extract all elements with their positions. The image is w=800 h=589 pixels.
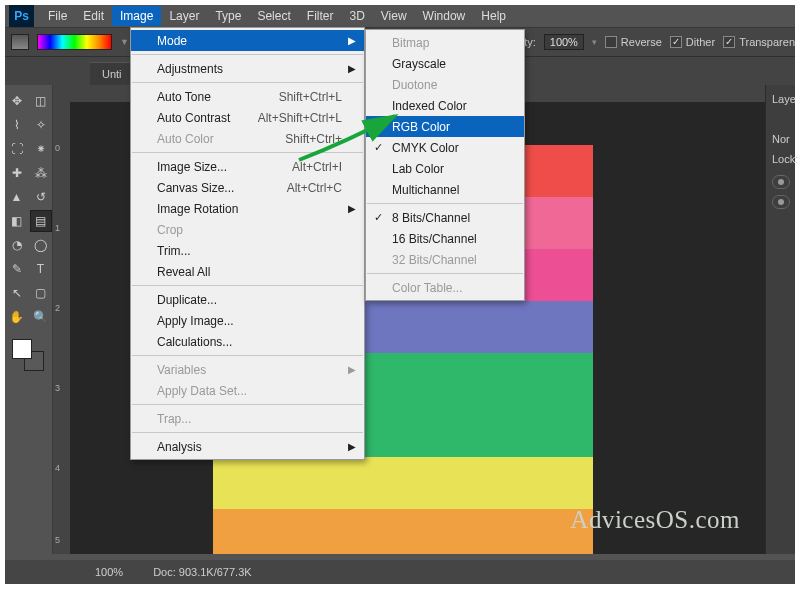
color-swatches[interactable] <box>12 339 46 373</box>
transparency-checkbox[interactable]: ✓Transparen <box>723 36 795 48</box>
wand-tool[interactable]: ✧ <box>30 114 52 136</box>
menu-type[interactable]: Type <box>207 6 249 26</box>
reverse-checkbox[interactable]: Reverse <box>605 36 662 48</box>
mode_menu-cmyk-color[interactable]: ✓CMYK Color <box>366 137 524 158</box>
menu-select[interactable]: Select <box>249 6 298 26</box>
stamp-tool[interactable]: ▲ <box>6 186 28 208</box>
heal-tool[interactable]: ✚ <box>6 162 28 184</box>
menu-item-label: Multichannel <box>392 183 459 197</box>
path-tool[interactable]: ↖ <box>6 282 28 304</box>
mode_menu-16-bits-channel[interactable]: 16 Bits/Channel <box>366 228 524 249</box>
image_menu-adjustments[interactable]: Adjustments▶ <box>131 58 364 79</box>
ps-logo: Ps <box>9 5 34 27</box>
eyedropper-tool[interactable]: ⁕ <box>30 138 52 160</box>
menu-item-label: Variables <box>157 363 206 377</box>
move-tool[interactable]: ✥ <box>6 90 28 112</box>
marquee-tool[interactable]: ◫ <box>30 90 52 112</box>
image_menu-duplicate[interactable]: Duplicate... <box>131 289 364 310</box>
gradient-picker[interactable] <box>37 34 112 50</box>
history-brush-tool[interactable]: ↺ <box>30 186 52 208</box>
mode_menu-8-bits-channel[interactable]: ✓8 Bits/Channel <box>366 207 524 228</box>
menu-item-label: 32 Bits/Channel <box>392 253 477 267</box>
mode_menu-multichannel[interactable]: Multichannel <box>366 179 524 200</box>
menu-item-label: CMYK Color <box>392 141 459 155</box>
menu-item-label: Mode <box>157 34 187 48</box>
submenu-arrow-icon: ▶ <box>348 203 356 214</box>
menu-layer[interactable]: Layer <box>161 6 207 26</box>
opacity-field[interactable]: 100% <box>544 34 584 50</box>
menu-item-label: Duplicate... <box>157 293 217 307</box>
dither-checkbox[interactable]: ✓Dither <box>670 36 715 48</box>
image_menu-image-rotation[interactable]: Image Rotation▶ <box>131 198 364 219</box>
menu-item-label: Indexed Color <box>392 99 467 113</box>
menu-edit[interactable]: Edit <box>75 6 112 26</box>
blend-mode[interactable]: Nor <box>766 129 795 149</box>
image_menu-auto-tone[interactable]: Auto ToneShift+Ctrl+L <box>131 86 364 107</box>
visibility-icon[interactable] <box>772 195 790 209</box>
mode_menu-bitmap: Bitmap <box>366 32 524 53</box>
menu-window[interactable]: Window <box>415 6 474 26</box>
tool-preset[interactable] <box>11 34 29 50</box>
image_menu-calculations[interactable]: Calculations... <box>131 331 364 352</box>
mode_menu-grayscale[interactable]: Grayscale <box>366 53 524 74</box>
menu-shortcut: Alt+Ctrl+I <box>292 160 342 174</box>
zoom-readout[interactable]: 100% <box>95 566 123 578</box>
image_menu-image-size[interactable]: Image Size...Alt+Ctrl+I <box>131 156 364 177</box>
menu-item-label: Analysis <box>157 440 202 454</box>
mode_menu-lab-color[interactable]: Lab Color <box>366 158 524 179</box>
image_menu-apply-image[interactable]: Apply Image... <box>131 310 364 331</box>
menu-shortcut: Alt+Shift+Ctrl+L <box>258 111 342 125</box>
menu-shortcut: Shift+Ctrl+L <box>279 90 342 104</box>
brush-tool[interactable]: ⁂ <box>30 162 52 184</box>
mode_menu-rgb-color[interactable]: RGB Color <box>366 116 524 137</box>
menu-item-label: Trap... <box>157 412 191 426</box>
image_menu-analysis[interactable]: Analysis▶ <box>131 436 364 457</box>
pen-tool[interactable]: ✎ <box>6 258 28 280</box>
menu-item-label: Image Rotation <box>157 202 238 216</box>
eraser-tool[interactable]: ◧ <box>6 210 28 232</box>
crop-tool[interactable]: ⛶ <box>6 138 28 160</box>
menu-item-label: 16 Bits/Channel <box>392 232 477 246</box>
menu-item-label: Calculations... <box>157 335 232 349</box>
menu-item-label: Auto Color <box>157 132 214 146</box>
doc-size-readout[interactable]: Doc: 903.1K/677.3K <box>153 566 251 578</box>
menu-item-label: Adjustments <box>157 62 223 76</box>
menu-item-label: Lab Color <box>392 162 444 176</box>
photoshop-window: Ps FileEditImageLayerTypeSelectFilter3DV… <box>5 5 795 584</box>
type-tool[interactable]: T <box>30 258 52 280</box>
mode_menu-indexed-color[interactable]: Indexed Color <box>366 95 524 116</box>
menu-filter[interactable]: Filter <box>299 6 342 26</box>
document-tab[interactable]: Unti <box>90 62 134 85</box>
image_menu-auto-contrast[interactable]: Auto ContrastAlt+Shift+Ctrl+L <box>131 107 364 128</box>
layers-panel-tab[interactable]: Laye <box>766 89 795 109</box>
blur-tool[interactable]: ◔ <box>6 234 28 256</box>
menu-view[interactable]: View <box>373 6 415 26</box>
submenu-arrow-icon: ▶ <box>348 364 356 375</box>
hand-tool[interactable]: ✋ <box>6 306 28 328</box>
image_menu-reveal-all[interactable]: Reveal All <box>131 261 364 282</box>
ruler-vertical: 0 1 2 3 4 5 <box>53 85 70 554</box>
gradient-tool[interactable]: ▤ <box>30 210 52 232</box>
menu-shortcut: Alt+Ctrl+C <box>287 181 342 195</box>
image_menu-mode[interactable]: Mode▶ <box>131 30 364 51</box>
mode_menu-32-bits-channel: 32 Bits/Channel <box>366 249 524 270</box>
image_menu-canvas-size[interactable]: Canvas Size...Alt+Ctrl+C <box>131 177 364 198</box>
menu-item-label: Duotone <box>392 78 437 92</box>
menu-item-label: Grayscale <box>392 57 446 71</box>
visibility-icon[interactable] <box>772 175 790 189</box>
dodge-tool[interactable]: ◯ <box>30 234 52 256</box>
menu-item-label: Canvas Size... <box>157 181 234 195</box>
menu-image[interactable]: Image <box>112 6 161 26</box>
image_menu-trim[interactable]: Trim... <box>131 240 364 261</box>
mode_menu-color-table: Color Table... <box>366 277 524 298</box>
menu-item-label: Image Size... <box>157 160 227 174</box>
zoom-tool[interactable]: 🔍 <box>30 306 52 328</box>
menu-file[interactable]: File <box>40 6 75 26</box>
tools-panel: ✥◫ ⌇✧ ⛶⁕ ✚⁂ ▲↺ ◧▤ ◔◯ ✎T ↖▢ ✋🔍 <box>5 85 53 554</box>
lasso-tool[interactable]: ⌇ <box>6 114 28 136</box>
menu-help[interactable]: Help <box>473 6 514 26</box>
menu-3d[interactable]: 3D <box>341 6 372 26</box>
shape-tool[interactable]: ▢ <box>30 282 52 304</box>
menu-item-label: RGB Color <box>392 120 450 134</box>
menu-shortcut: Shift+Ctrl+ <box>285 132 342 146</box>
